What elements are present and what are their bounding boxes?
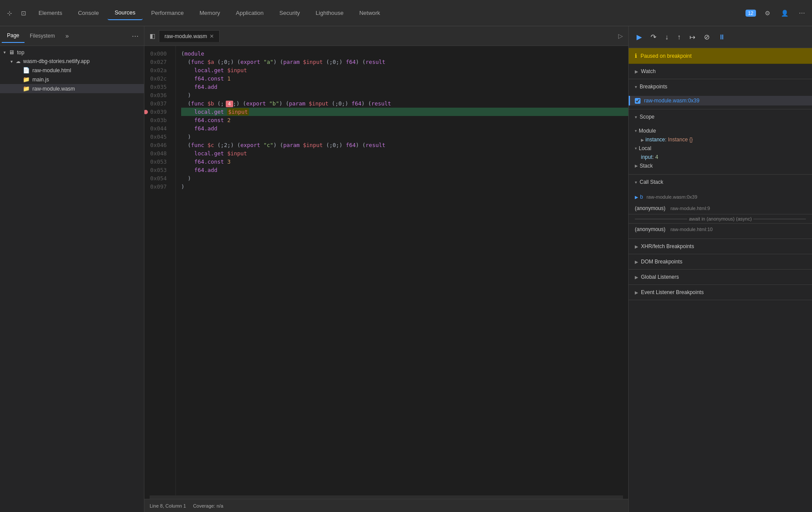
deactivate-btn[interactable]: ⊘ bbox=[701, 30, 712, 44]
tree-item-raw-module-html[interactable]: 📄 raw-module.html bbox=[0, 66, 144, 75]
tree-item-main-js[interactable]: 📁 main.js bbox=[0, 75, 144, 84]
scope-module-category[interactable]: ▾ Module bbox=[629, 126, 812, 136]
scope-local-label: Local bbox=[639, 145, 651, 151]
tab-lighthouse[interactable]: Lighthouse bbox=[309, 6, 351, 20]
sidebar-tab-more[interactable]: » bbox=[62, 31, 72, 41]
scope-label: Scope bbox=[640, 114, 654, 120]
event-listener-header[interactable]: ▶ Event Listener Breakpoints bbox=[629, 285, 812, 300]
call-stack-item-anon1[interactable]: (anonymous) raw-module.html:9 bbox=[629, 203, 812, 214]
settings-icon-btn[interactable]: ⚙ bbox=[761, 7, 774, 19]
line-num-053b: 0x053 bbox=[144, 166, 170, 174]
issues-badge[interactable]: 12 bbox=[746, 10, 756, 17]
step-btn[interactable]: ↦ bbox=[687, 30, 698, 44]
step-out-btn[interactable]: ↑ bbox=[675, 31, 683, 44]
tab-network[interactable]: Network bbox=[352, 6, 387, 20]
tree-item-top[interactable]: ▾ 🖥 top bbox=[0, 48, 144, 57]
global-listeners-section: ▶ Global Listeners bbox=[629, 270, 812, 285]
watch-arrow-icon: ▶ bbox=[635, 69, 638, 74]
tree-arrow-netlify: ▾ bbox=[10, 59, 16, 64]
xhr-breakpoints-header[interactable]: ▶ XHR/fetch Breakpoints bbox=[629, 239, 812, 254]
tree-label-main-js: main.js bbox=[32, 77, 49, 83]
tree-label-netlify: wasm-dbg-stories.netlify.app bbox=[23, 58, 90, 64]
tab-sources[interactable]: Sources bbox=[108, 6, 143, 20]
line-num-048: 0x048 bbox=[144, 149, 170, 158]
call-stack-loc-b: raw-module.wasm:0x39 bbox=[647, 194, 697, 200]
breakpoints-content: raw-module.wasm:0x39 bbox=[629, 94, 812, 109]
call-stack-header[interactable]: ▾ Call Stack bbox=[629, 175, 812, 189]
mobile-icon-btn[interactable]: ⊡ bbox=[18, 7, 30, 19]
tab-elements[interactable]: Elements bbox=[32, 6, 69, 20]
call-stack-item-b[interactable]: ▶ b raw-module.wasm:0x39 bbox=[629, 191, 812, 203]
format-btn[interactable]: ▷ bbox=[615, 30, 626, 42]
scope-stack-category[interactable]: ▶ Stack bbox=[629, 161, 812, 171]
scope-arrow-icon: ▾ bbox=[635, 115, 637, 119]
right-panel: ▶ ↷ ↓ ↑ ↦ ⊘ ⏸ ℹ Paused on breakpoint ▶ W… bbox=[628, 26, 812, 512]
scope-module-label: Module bbox=[639, 128, 656, 134]
code-tabs-bar: ◧ raw-module.wasm ✕ ▷ bbox=[144, 26, 628, 46]
code-line-17: ) bbox=[181, 182, 628, 191]
tab-application[interactable]: Application bbox=[229, 6, 271, 20]
scope-content: ▾ Module ▶ instance: Instance {} ▾ Local… bbox=[629, 124, 812, 174]
cloud-icon: ☁ bbox=[16, 59, 21, 64]
line-num-054: 0x054 bbox=[144, 174, 170, 182]
tab-memory[interactable]: Memory bbox=[192, 6, 227, 20]
paused-text: Paused on breakpoint bbox=[640, 53, 692, 59]
step-over-btn[interactable]: ↷ bbox=[648, 30, 659, 44]
tab-performance[interactable]: Performance bbox=[144, 6, 191, 20]
code-line-13: local.get $input bbox=[181, 149, 628, 158]
code-editor: 0x000 0x027 0x02a 0x02c 0x035 0x036 0x03… bbox=[144, 46, 628, 495]
tab-filesystem[interactable]: Filesystem bbox=[24, 29, 60, 42]
sidebar-options-btn[interactable]: ⋯ bbox=[128, 30, 142, 42]
watch-header[interactable]: ▶ Watch bbox=[629, 64, 812, 79]
scope-local-arrow: ▾ bbox=[635, 146, 637, 151]
code-tab-wasm[interactable]: raw-module.wasm ✕ bbox=[159, 30, 220, 42]
tab-console[interactable]: Console bbox=[71, 6, 106, 20]
event-arrow-icon: ▶ bbox=[635, 290, 638, 295]
breakpoint-item-1[interactable]: raw-module.wasm:0x39 bbox=[629, 96, 812, 105]
sidebar: Page Filesystem » ⋯ ▾ 🖥 top ▾ ☁ wasm-dbg… bbox=[0, 26, 144, 512]
breakpoint-location-1: raw-module.wasm:0x39 bbox=[644, 98, 700, 104]
close-tab-btn[interactable]: ✕ bbox=[210, 33, 214, 39]
scope-instance-key: instance bbox=[645, 137, 665, 143]
tree-item-netlify[interactable]: ▾ ☁ wasm-dbg-stories.netlify.app bbox=[0, 57, 144, 66]
global-listeners-header[interactable]: ▶ Global Listeners bbox=[629, 270, 812, 284]
code-line-2: (func $a (;0;) (export "a") (param $inpu… bbox=[181, 58, 628, 66]
file-wasm-icon: 📁 bbox=[23, 85, 30, 92]
code-content[interactable]: (module (func $a (;0;) (export "a") (par… bbox=[176, 46, 628, 495]
toggle-sidebar-btn[interactable]: ◧ bbox=[146, 30, 159, 42]
scope-instance-val: Instance {} bbox=[668, 137, 693, 143]
tree-item-raw-module-wasm[interactable]: 📁 raw-module.wasm bbox=[0, 84, 144, 93]
call-stack-async-separator: await in (anonymous) (async) bbox=[629, 214, 812, 224]
tab-page[interactable]: Page bbox=[2, 29, 24, 43]
tab-security[interactable]: Security bbox=[273, 6, 307, 20]
xhr-arrow-icon: ▶ bbox=[635, 244, 638, 249]
scope-section: ▾ Scope ▾ Module ▶ instance: Instance {}… bbox=[629, 109, 812, 175]
nav-right: 12 ⚙ 👤 ⋯ bbox=[746, 7, 808, 19]
scope-input-key: input bbox=[641, 154, 652, 160]
step-into-btn[interactable]: ↓ bbox=[662, 31, 671, 44]
dom-breakpoints-header[interactable]: ▶ DOM Breakpoints bbox=[629, 254, 812, 269]
dom-arrow-icon: ▶ bbox=[635, 260, 638, 264]
xhr-breakpoints-section: ▶ XHR/fetch Breakpoints bbox=[629, 239, 812, 254]
code-line-14: f64.const 3 bbox=[181, 158, 628, 166]
horizontal-scrollbar[interactable] bbox=[150, 495, 623, 499]
call-stack-fn-anon1: (anonymous) bbox=[635, 205, 665, 211]
code-line-7: (func $b (;4;) (export "b") (param $inpu… bbox=[181, 99, 628, 108]
code-area: ◧ raw-module.wasm ✕ ▷ 0x000 0x027 0x02a … bbox=[144, 26, 628, 512]
pause-btn[interactable]: ⏸ bbox=[716, 31, 728, 44]
resume-btn[interactable]: ▶ bbox=[634, 30, 644, 44]
breakpoints-header[interactable]: ▾ Breakpoints bbox=[629, 79, 812, 94]
person-icon-btn[interactable]: 👤 bbox=[777, 7, 792, 19]
scope-header[interactable]: ▾ Scope bbox=[629, 109, 812, 124]
more-icon-btn[interactable]: ⋯ bbox=[795, 7, 808, 19]
breakpoint-checkbox-1[interactable] bbox=[635, 98, 640, 104]
scope-local-category[interactable]: ▾ Local bbox=[629, 144, 812, 153]
call-stack-item-anon2[interactable]: (anonymous) raw-module.html:10 bbox=[629, 224, 812, 235]
tree-label-raw-module-html: raw-module.html bbox=[32, 67, 71, 74]
dom-breakpoints-label: DOM Breakpoints bbox=[641, 259, 682, 265]
watch-section: ▶ Watch bbox=[629, 64, 812, 79]
code-line-15: f64.add bbox=[181, 166, 628, 174]
call-stack-section: ▾ Call Stack ▶ b raw-module.wasm:0x39 (a… bbox=[629, 175, 812, 239]
cursor-icon-btn[interactable]: ⊹ bbox=[4, 7, 16, 19]
tree-arrow-top: ▾ bbox=[4, 50, 9, 55]
